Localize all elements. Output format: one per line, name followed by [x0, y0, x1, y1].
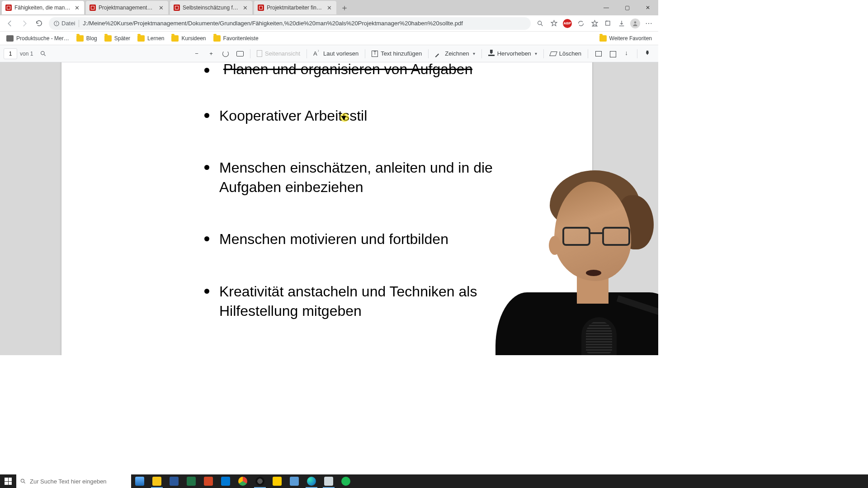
bullet-icon	[204, 289, 209, 294]
maximize-button[interactable]: ▢	[617, 0, 637, 15]
address-bar-row: Datei J:/Meine%20Kurse/Projektmanagement…	[0, 15, 658, 32]
zoom-in-button[interactable]: +	[204, 47, 218, 61]
save-icon	[609, 50, 616, 57]
highlighter-icon	[488, 52, 495, 56]
cursor-highlight	[340, 113, 349, 122]
erase-label: Löschen	[559, 50, 581, 57]
glasses-icon	[562, 227, 630, 247]
page-icon	[6, 35, 14, 42]
cutoff-line: Planen und organisieren von Aufgaben	[204, 62, 472, 78]
sync-icon[interactable]	[574, 17, 588, 30]
tab-0[interactable]: Fähigkeiten, die man als Projekt… ✕	[2, 1, 84, 14]
bookmark-item[interactable]: Produktsuche - Mer…	[3, 33, 73, 44]
page-number-input[interactable]	[4, 48, 17, 59]
tab-1[interactable]: Projektmanagement_Einstiegsfr… ✕	[86, 1, 168, 14]
tab-label: Projektmitarbeiter finden - was …	[267, 5, 324, 11]
separator	[365, 49, 365, 58]
close-window-button[interactable]: ✕	[637, 0, 658, 15]
bookmark-item[interactable]: Lernen	[134, 33, 168, 44]
add-text-label: Text hinzufügen	[381, 50, 422, 57]
search-icon	[40, 50, 47, 57]
collections-icon[interactable]	[601, 17, 615, 30]
close-icon[interactable]: ✕	[326, 4, 333, 11]
page-view-label: Seitenansicht	[265, 50, 300, 57]
separator	[250, 49, 250, 58]
address-bar[interactable]: Datei J:/Meine%20Kurse/Projektmanagement…	[49, 17, 531, 30]
separator	[543, 49, 544, 58]
bookmark-item[interactable]: Blog	[73, 33, 101, 44]
save-button[interactable]	[605, 47, 620, 61]
pdf-viewport[interactable]: Planen und organisieren von Aufgaben Koo…	[0, 62, 658, 355]
highlight-button[interactable]: Hervorheben▾	[485, 47, 541, 61]
bookmark-item[interactable]: Favoritenleiste	[210, 33, 262, 44]
separator	[481, 49, 482, 58]
favorites-list-icon[interactable]	[588, 17, 601, 30]
draw-button[interactable]: Zeichnen▾	[431, 47, 478, 61]
back-button[interactable]	[3, 16, 17, 31]
new-tab-button[interactable]: ＋	[338, 1, 351, 14]
page-icon	[257, 50, 262, 57]
fit-icon	[236, 51, 244, 56]
file-icon	[53, 20, 60, 27]
forward-button[interactable]	[17, 16, 32, 31]
bullet-text: Menschen motivieren und fortbilden	[219, 230, 448, 249]
zoom-out-button[interactable]: −	[189, 47, 204, 61]
close-icon[interactable]: ✕	[241, 4, 249, 11]
find-button[interactable]	[36, 47, 50, 61]
pdf-toolbar: von 1 − + Seitenansicht Laut vorlesen Te…	[0, 45, 658, 62]
highlight-label: Hervorheben	[497, 50, 531, 57]
rotate-button[interactable]	[218, 47, 233, 61]
close-icon[interactable]: ✕	[157, 4, 165, 11]
separator	[637, 49, 637, 58]
page-of-label: von 1	[20, 51, 33, 57]
bookmark-label: Später	[114, 35, 130, 42]
bookmark-label: Favoritenleiste	[223, 35, 259, 42]
pdf-icon	[258, 5, 264, 11]
page-view-button[interactable]: Seitenansicht	[253, 47, 304, 61]
bookmark-item[interactable]: Später	[101, 33, 134, 44]
tab-label: Projektmanagement_Einstiegsfr…	[99, 5, 156, 11]
fit-button[interactable]	[233, 47, 247, 61]
bookmark-label: Lernen	[147, 35, 164, 42]
downloads-icon[interactable]	[615, 17, 628, 30]
tab-3[interactable]: Projektmitarbeiter finden - was … ✕	[254, 1, 336, 14]
svg-point-3	[538, 21, 542, 24]
folder-icon	[76, 35, 84, 42]
arrow-right-icon	[20, 19, 28, 28]
audio-icon	[313, 50, 321, 57]
svg-rect-6	[606, 21, 610, 25]
reload-icon	[35, 19, 43, 27]
more-bookmarks[interactable]: Weitere Favoriten	[596, 33, 656, 44]
folder-icon	[171, 35, 179, 42]
favorite-button[interactable]	[547, 17, 561, 30]
more-menu-button[interactable]: ⋯	[642, 17, 656, 30]
eraser-icon	[549, 52, 557, 56]
erase-button[interactable]: Löschen	[547, 47, 585, 61]
tab-label: Selbsteinschätzung für Projektm…	[183, 5, 240, 11]
svg-line-4	[541, 24, 542, 26]
rotate-icon	[222, 50, 229, 57]
folder-icon	[213, 35, 221, 42]
print-button[interactable]	[591, 47, 605, 61]
minimize-button[interactable]: —	[596, 0, 617, 15]
reload-button[interactable]	[32, 16, 46, 31]
zoom-indicator-icon[interactable]	[533, 17, 547, 30]
save-as-button[interactable]	[620, 47, 634, 61]
tab-2[interactable]: Selbsteinschätzung für Projektm… ✕	[170, 1, 252, 14]
close-icon[interactable]: ✕	[73, 4, 80, 11]
profile-button[interactable]	[628, 17, 642, 30]
cutoff-text: Planen und organisieren von Aufgaben	[223, 62, 473, 78]
bullet-icon	[204, 165, 209, 170]
add-text-button[interactable]: Text hinzufügen	[368, 47, 425, 61]
abp-extension-icon[interactable]: ABP	[561, 17, 574, 30]
separator	[428, 49, 429, 58]
bookmark-label: Weitere Favoriten	[609, 35, 652, 42]
browser-tab-strip: Fähigkeiten, die man als Projekt… ✕ Proj…	[0, 0, 658, 15]
read-aloud-button[interactable]: Laut vorlesen	[310, 47, 362, 61]
pdf-icon	[174, 5, 180, 11]
pin-toolbar-button[interactable]	[640, 47, 655, 61]
folder-icon	[104, 35, 112, 42]
arrow-left-icon	[6, 19, 14, 28]
bookmark-item[interactable]: Kursideen	[168, 33, 209, 44]
separator	[79, 20, 79, 27]
